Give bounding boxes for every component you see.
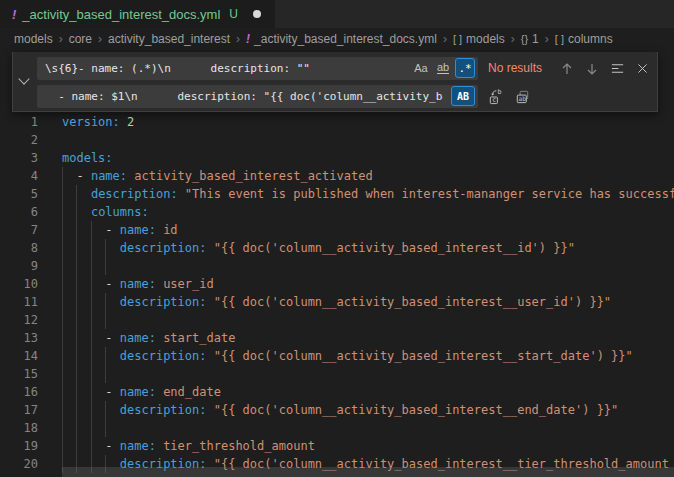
- code-line[interactable]: 7 - name: id: [0, 221, 674, 239]
- code-area[interactable]: 1version: 223models:4 - name: activity_b…: [0, 113, 674, 473]
- line-number[interactable]: 12: [0, 311, 38, 329]
- code-line[interactable]: 3models:: [0, 149, 674, 167]
- arrow-up-icon: [560, 62, 574, 76]
- match-case-toggle[interactable]: Aa: [411, 58, 431, 78]
- selection-icon: [610, 61, 625, 76]
- line-number[interactable]: 8: [0, 239, 38, 257]
- code-line[interactable]: 6 columns:: [0, 203, 674, 221]
- code-line-text: version: 2: [62, 113, 134, 131]
- code-line[interactable]: 5 description: "This event is published …: [0, 185, 674, 203]
- line-number[interactable]: 20: [0, 455, 38, 473]
- code-line[interactable]: 4 - name: activity_based_interest_activa…: [0, 167, 674, 185]
- replace-input[interactable]: - name: $1\n description: "{{ doc('colum…: [37, 85, 478, 108]
- line-number[interactable]: 17: [0, 401, 38, 419]
- svg-text:ab: ab: [518, 95, 526, 102]
- line-number[interactable]: 3: [0, 149, 38, 167]
- arrow-down-icon: [585, 62, 599, 76]
- code-line[interactable]: 14 description: "{{ doc('column__activit…: [0, 347, 674, 365]
- whole-word-toggle[interactable]: ab: [433, 58, 453, 78]
- breadcrumb-label: activity_based_interest: [108, 32, 230, 46]
- code-line[interactable]: 9: [0, 257, 674, 275]
- next-match-button[interactable]: [582, 59, 602, 79]
- line-number[interactable]: 1: [0, 113, 38, 131]
- horizontal-scrollbar[interactable]: [62, 467, 674, 477]
- breadcrumb-label: models: [14, 32, 53, 46]
- line-number[interactable]: 2: [0, 131, 38, 149]
- code-line[interactable]: 11 description: "{{ doc('column__activit…: [0, 293, 674, 311]
- replace-icon: b c: [487, 88, 504, 105]
- svg-text:b: b: [497, 88, 501, 96]
- line-number[interactable]: 19: [0, 437, 38, 455]
- line-number[interactable]: 4: [0, 167, 38, 185]
- symbol-array-icon: [ ]: [453, 33, 462, 45]
- yaml-file-icon: !: [246, 32, 250, 46]
- code-line[interactable]: 2: [0, 131, 674, 149]
- breadcrumb: models›core›activity_based_interest›!_ac…: [0, 28, 674, 50]
- close-find-widget-button[interactable]: [632, 59, 652, 79]
- breadcrumb-item[interactable]: core: [69, 32, 92, 46]
- svg-text:c: c: [492, 96, 496, 104]
- code-line-text: - name: activity_based_interest_activate…: [62, 167, 373, 185]
- line-number[interactable]: 6: [0, 203, 38, 221]
- breadcrumb-separator: ›: [98, 32, 102, 46]
- code-line-text: models:: [62, 149, 113, 167]
- breadcrumb-item[interactable]: {}1: [521, 32, 539, 46]
- code-line-text: - name: id: [62, 221, 178, 239]
- vscode-editor-window: ! _activity_based_interest_docs.yml U mo…: [0, 0, 674, 477]
- breadcrumb-label: models: [466, 32, 505, 46]
- breadcrumb-separator: ›: [236, 32, 240, 46]
- line-number[interactable]: 9: [0, 257, 38, 275]
- find-input-text[interactable]: \s{6}- name: (.*)\n description: "": [45, 57, 395, 80]
- replace-all-button[interactable]: ab: [512, 87, 532, 107]
- code-line[interactable]: 19 - name: tier_threshold_amount: [0, 437, 674, 455]
- line-number[interactable]: 15: [0, 365, 38, 383]
- replace-button[interactable]: b c: [485, 87, 505, 107]
- tab-activity-based-interest-docs[interactable]: ! _activity_based_interest_docs.yml U: [0, 0, 275, 28]
- code-line-text: - name: user_id: [62, 275, 214, 293]
- code-line[interactable]: 16 - name: end_date: [0, 383, 674, 401]
- code-line[interactable]: 10 - name: user_id: [0, 275, 674, 293]
- breadcrumb-item[interactable]: models: [14, 32, 53, 46]
- line-number[interactable]: 16: [0, 383, 38, 401]
- breadcrumb-item[interactable]: activity_based_interest: [108, 32, 230, 46]
- breadcrumb-item[interactable]: [ ]models: [453, 32, 505, 46]
- toggle-replace-button[interactable]: [13, 52, 35, 110]
- regex-toggle[interactable]: .*: [455, 58, 475, 78]
- modified-dot[interactable]: [253, 10, 261, 18]
- line-number[interactable]: 11: [0, 293, 38, 311]
- code-line-text: - name: end_date: [62, 383, 221, 401]
- code-line[interactable]: 12: [0, 311, 674, 329]
- yaml-file-icon: !: [12, 7, 16, 22]
- line-number[interactable]: 7: [0, 221, 38, 239]
- code-line[interactable]: 15: [0, 365, 674, 383]
- code-line[interactable]: 1version: 2: [0, 113, 674, 131]
- breadcrumb-item[interactable]: [ ]columns: [555, 32, 613, 46]
- line-number[interactable]: 5: [0, 185, 38, 203]
- find-in-selection-button[interactable]: [607, 59, 627, 79]
- previous-match-button[interactable]: [557, 59, 577, 79]
- chevron-down-icon: [18, 73, 29, 84]
- code-line[interactable]: 8 description: "{{ doc('column__activity…: [0, 239, 674, 257]
- code-line-text: columns:: [62, 203, 149, 221]
- preserve-case-toggle[interactable]: AB: [451, 86, 475, 106]
- code-line-text: description: "{{ doc('column__activity_b…: [62, 239, 575, 257]
- symbol-object-icon: {}: [521, 33, 528, 45]
- code-line-text: - name: tier_threshold_amount: [62, 437, 315, 455]
- line-number[interactable]: 10: [0, 275, 38, 293]
- breadcrumb-item[interactable]: !_activity_based_interest_docs.yml: [246, 32, 437, 46]
- line-number[interactable]: 18: [0, 419, 38, 437]
- tab-filename: _activity_based_interest_docs.yml: [22, 7, 220, 22]
- tab-bar: ! _activity_based_interest_docs.yml U: [0, 0, 674, 28]
- code-line[interactable]: 18: [0, 419, 674, 437]
- line-number[interactable]: 13: [0, 329, 38, 347]
- find-input[interactable]: \s{6}- name: (.*)\n description: "" Aa a…: [37, 57, 478, 80]
- code-line[interactable]: 13 - name: start_date: [0, 329, 674, 347]
- breadcrumb-label: 1: [532, 32, 539, 46]
- code-line-text: description: "{{ doc('column__activity_b…: [62, 293, 611, 311]
- code-line-text: description: "{{ doc('column__activity_b…: [62, 401, 618, 419]
- replace-input-text[interactable]: - name: $1\n description: "{{ doc('colum…: [45, 85, 443, 108]
- breadcrumb-label: core: [69, 32, 92, 46]
- code-line[interactable]: 17 description: "{{ doc('column__activit…: [0, 401, 674, 419]
- breadcrumb-separator: ›: [443, 32, 447, 46]
- line-number[interactable]: 14: [0, 347, 38, 365]
